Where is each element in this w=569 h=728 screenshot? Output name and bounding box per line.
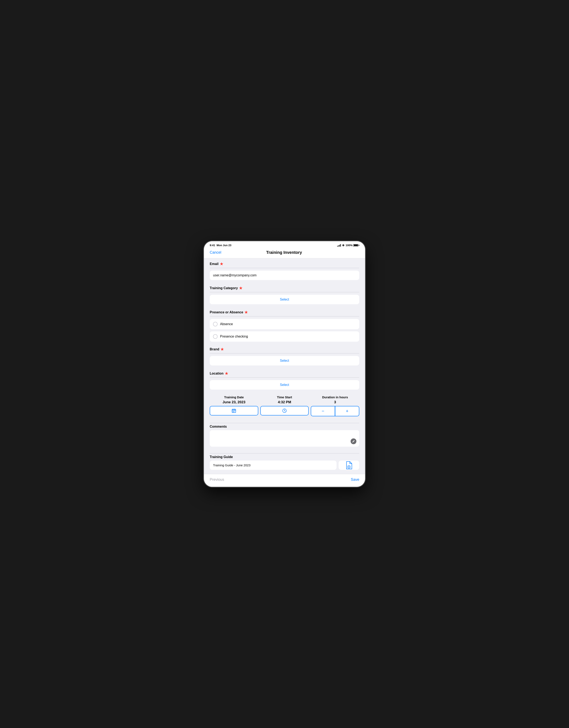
duration-value: 3 [334,400,336,404]
training-guide-label: Training Guide [210,455,359,459]
training-category-label: Training Category ★ [210,286,359,290]
location-required-star: ★ [225,371,228,376]
calendar-icon [232,408,236,413]
location-label: Location ★ [210,371,359,376]
presence-absence-required-star: ★ [245,310,248,315]
brand-label: Brand ★ [210,347,359,352]
absence-radio[interactable] [213,322,218,326]
presence-radio[interactable] [213,334,218,339]
save-button[interactable]: Save [351,477,359,482]
pencil-icon [350,438,356,444]
duration-decrease-button[interactable]: − [311,406,335,416]
training-category-divider [210,292,359,292]
duration-stepper: − + [311,406,359,416]
presence-absence-section: Presence or Absence ★ Absence Presence c… [204,307,365,342]
battery-indicator: 100% [346,244,359,247]
comments-label: Comments [210,425,359,428]
signal-icon [337,244,341,247]
location-section: Location ★ Select [204,368,365,392]
training-date-value: June 23, 2023 [223,400,246,404]
duration-increase-button[interactable]: + [335,406,359,416]
email-input[interactable] [210,271,359,280]
absence-label: Absence [220,322,233,326]
svg-rect-7 [233,412,233,412]
device-frame: 9:41 Mon Jun 23 ⊛ 100% Cancel Training I… [204,241,365,487]
date-time-duration-row: Training Date June 23, 2023 [204,392,365,416]
status-indicators: ⊛ 100% [337,244,359,247]
brand-select[interactable]: Select [210,356,359,365]
training-category-select[interactable]: Select [210,295,359,304]
form-container: Email ★ Training Category ★ Select Prese… [204,258,365,474]
time-start-value: 4:32 PM [278,400,291,404]
wifi-icon: ⊛ [342,244,344,247]
svg-rect-8 [234,412,234,412]
training-category-section: Training Category ★ Select [204,283,365,307]
status-bar: 9:41 Mon Jun 23 ⊛ 100% [204,241,365,248]
location-divider [210,377,359,378]
training-guide-value: Training Guide - June 2023 [210,461,336,470]
duration-col: Duration in hours 3 − + [311,395,359,416]
training-guide-row: Training Guide - June 2023 [210,461,359,470]
nav-bar: Cancel Training Inventory [204,248,365,258]
email-required-star: ★ [220,262,223,266]
training-guide-file-button[interactable] [338,461,359,470]
battery-percent: 100% [346,244,352,247]
time-start-col: Time Start 4:32 PM [260,395,309,415]
time-start-label: Time Start [277,395,292,399]
clock-icon [282,408,287,413]
training-date-col: Training Date June 23, 2023 [210,395,258,415]
status-time: 9:41 Mon Jun 23 [210,244,232,247]
bottom-bar: Previous Save [204,474,365,487]
comments-section: Comments [204,416,365,447]
absence-option[interactable]: Absence [210,319,359,329]
previous-button: Previous [210,477,224,482]
presence-label: Presence checking [220,335,248,338]
email-section: Email ★ [204,258,365,283]
email-label: Email ★ [210,262,359,266]
comments-box[interactable] [210,430,359,447]
battery-icon [353,244,359,247]
location-select[interactable]: Select [210,380,359,390]
presence-option[interactable]: Presence checking [210,331,359,342]
duration-label: Duration in hours [322,395,348,399]
training-date-label: Training Date [224,395,244,399]
svg-point-14 [348,467,349,467]
time-picker[interactable] [260,406,309,415]
svg-point-12 [284,411,285,411]
training-category-required-star: ★ [239,286,242,290]
presence-absence-label: Presence or Absence ★ [210,310,359,315]
page-title: Training Inventory [266,250,302,255]
cancel-button[interactable]: Cancel [210,250,221,255]
svg-rect-6 [235,411,235,411]
training-guide-divider [210,453,359,454]
svg-rect-5 [234,411,234,411]
svg-rect-4 [233,411,233,411]
brand-required-star: ★ [221,347,224,352]
training-date-picker[interactable] [210,406,258,415]
brand-section: Brand ★ Select [204,344,365,368]
file-settings-icon [345,461,353,469]
training-guide-section: Training Guide Training Guide - June 202… [204,447,365,470]
